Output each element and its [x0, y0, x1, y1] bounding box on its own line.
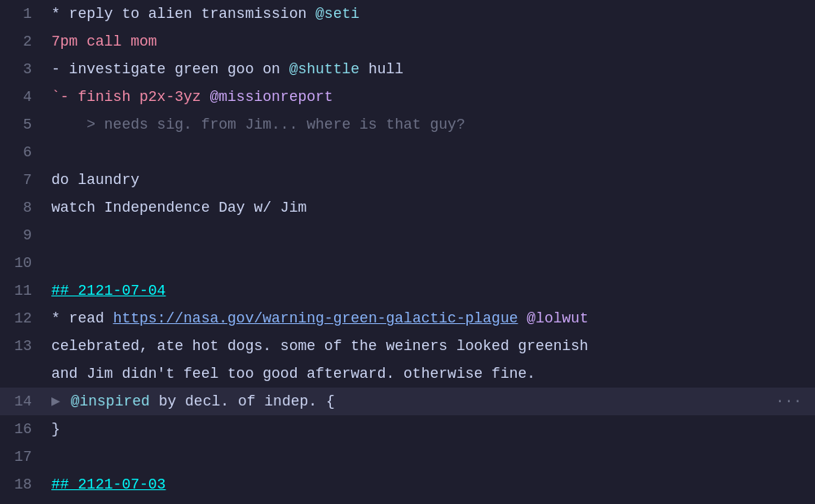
line-number-2: 2 — [0, 28, 45, 55]
text-span: } — [51, 415, 60, 443]
text-row-2: and Jim didn't feel too good afterward. … — [51, 360, 815, 388]
mention-missionreport: @missionreport — [209, 83, 333, 111]
line-8: 8 watch Independence Day w/ Jim — [0, 194, 815, 221]
code-editor[interactable]: 1 * reply to alien transmission @seti 2 … — [0, 0, 815, 504]
line-number-18: 18 — [0, 471, 45, 498]
line-number-4: 4 — [0, 83, 45, 111]
line-1: 1 * reply to alien transmission @seti — [0, 0, 815, 28]
line-4: 4 `- finish p2x-3yz @missionreport — [0, 83, 815, 111]
text-span: - investigate green goo on — [51, 55, 289, 83]
text-span — [518, 305, 527, 332]
line-content-1: * reply to alien transmission @seti — [45, 0, 815, 28]
text-span: hull — [359, 55, 403, 83]
line-18: 18 ## 2121-07-03 — [0, 471, 815, 498]
line-number-17: 17 — [0, 443, 45, 471]
heading-date-2: ## 2121-07-03 — [51, 471, 165, 498]
line-content-8: watch Independence Day w/ Jim — [45, 194, 815, 221]
line-content-14: ▶ @inspired by decl. of indep. { — [45, 388, 815, 415]
text-span: `- finish p2x-3yz — [51, 83, 209, 111]
text-span: * read — [51, 305, 113, 332]
line-14: 14 ▶ @inspired by decl. of indep. { ··· — [0, 388, 815, 415]
heading-date: ## 2121-07-04 — [51, 277, 165, 305]
line-content-11: ## 2121-07-04 — [45, 277, 815, 305]
line-number-3: 3 — [0, 55, 45, 83]
line-number-11: 11 — [0, 277, 45, 305]
line-3: 3 - investigate green goo on @shuttle hu… — [0, 55, 815, 83]
mention-shuttle: @shuttle — [289, 55, 359, 83]
text-span: by decl. of indep. { — [150, 388, 335, 415]
line-13: 13 celebrated, ate hot dogs. some of the… — [0, 332, 815, 388]
line-5: 5 > needs sig. from Jim... where is that… — [0, 111, 815, 138]
line-number-12: 12 — [0, 305, 45, 332]
line-content-2: 7pm call mom — [45, 28, 815, 55]
line-2: 2 7pm call mom — [0, 28, 815, 55]
line-11: 11 ## 2121-07-04 — [0, 277, 815, 305]
mention-lolwut: @lolwut — [526, 305, 588, 332]
fold-arrow-icon[interactable]: ▶ — [51, 388, 69, 415]
mention-seti: @seti — [315, 0, 359, 28]
line-10: 10 — [0, 249, 815, 277]
ellipsis-indicator: ··· — [776, 388, 802, 415]
line-content-13: celebrated, ate hot dogs. some of the we… — [45, 332, 815, 388]
line-number-1: 1 — [0, 0, 45, 28]
line-number-9: 9 — [0, 221, 45, 249]
text-span: watch Independence Day w/ Jim — [51, 194, 306, 221]
text-span: * reply to alien transmission — [51, 0, 315, 28]
line-content-18: ## 2121-07-03 — [45, 471, 815, 498]
line-number-14: 14 — [0, 388, 45, 415]
line-content-7: do laundry — [45, 166, 815, 194]
line-number-10: 10 — [0, 249, 45, 277]
line-number-5: 5 — [0, 111, 45, 138]
line-content-3: - investigate green goo on @shuttle hull — [45, 55, 815, 83]
line-6: 6 — [0, 138, 815, 166]
text-span: do laundry — [51, 166, 139, 194]
line-number-13: 13 — [0, 332, 45, 360]
line-content-4: `- finish p2x-3yz @missionreport — [45, 83, 815, 111]
text-row-1: celebrated, ate hot dogs. some of the we… — [51, 332, 815, 360]
text-span: 7pm call mom — [51, 28, 157, 55]
line-9: 9 — [0, 221, 815, 249]
line-12: 12 * read https://nasa.gov/warning-green… — [0, 305, 815, 332]
line-content-5: > needs sig. from Jim... where is that g… — [45, 111, 815, 138]
mention-inspired: @inspired — [71, 388, 150, 415]
link-nasa[interactable]: https://nasa.gov/warning-green-galactic-… — [113, 305, 518, 332]
line-17: 17 — [0, 443, 815, 471]
line-16: 16 } — [0, 415, 815, 443]
line-number-7: 7 — [0, 166, 45, 194]
line-7: 7 do laundry — [0, 166, 815, 194]
line-number-16: 16 — [0, 415, 45, 443]
line-number-8: 8 — [0, 194, 45, 221]
text-span: > needs sig. from Jim... where is that g… — [51, 111, 465, 138]
line-content-16: } — [45, 415, 815, 443]
line-content-12: * read https://nasa.gov/warning-green-ga… — [45, 305, 815, 332]
line-number-6: 6 — [0, 138, 45, 166]
